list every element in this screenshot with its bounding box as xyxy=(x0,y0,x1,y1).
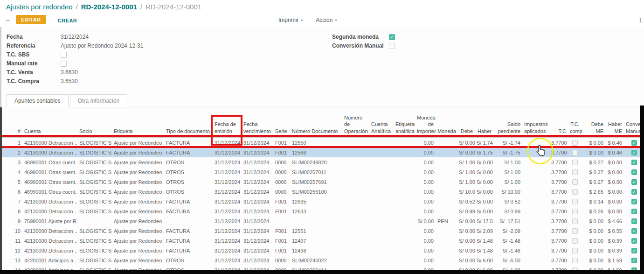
column-header-cuenta[interactable]: Cuenta xyxy=(22,107,77,138)
cell-numero-de-operacion[interactable] xyxy=(342,197,369,206)
cell-numero-de-operacion[interactable] xyxy=(342,236,369,246)
cell-fecha-de-emision[interactable]: 31/12/2024 xyxy=(213,206,242,216)
column-header-etiquetas-analiticas[interactable]: Etiquetas analíticas xyxy=(394,107,415,138)
cell-tc-compra[interactable] xyxy=(568,187,582,197)
cell-fecha-de-emision[interactable]: 31/12/2024 xyxy=(213,246,242,255)
cell-haber[interactable]: S/ 17.51 xyxy=(475,216,493,226)
table-row[interactable]: 446990001 Otras cuent...SLOGISTIC S.A.Aj… xyxy=(0,167,644,177)
cell-tc-compra[interactable] xyxy=(568,197,582,206)
cell-tipo-de-documento[interactable]: FACTURA xyxy=(164,236,213,246)
column-header-cuenta-analitica[interactable]: Cuenta Analítica xyxy=(369,107,394,138)
cell-cuenta[interactable]: 46990001 Otras cuent... xyxy=(22,177,77,187)
cell-numero-de-operacion[interactable] xyxy=(342,226,369,236)
cell-haber-me[interactable]: $ 4.66 xyxy=(605,216,624,226)
cell-tc-compra[interactable] xyxy=(568,216,582,226)
cell-socio[interactable]: SLOGISTIC S.A. xyxy=(77,197,112,206)
cell-moneda-de-importes[interactable]: 0.00 xyxy=(415,197,436,206)
cell-moneda-de-importes[interactable]: 0.00 xyxy=(415,236,436,246)
column-header-debe-me[interactable]: Debe ME xyxy=(582,107,605,138)
cell-socio[interactable]: SLOGISTIC S.A. xyxy=(77,148,112,157)
cell-index[interactable]: 8 xyxy=(12,206,22,216)
cell-impuestos-aplicados[interactable] xyxy=(522,216,549,226)
cell-fecha-vencimiento[interactable]: 31/12/2024 xyxy=(242,167,273,177)
table-row[interactable]: 646990001 Otras cuent...SLOGISTIC S.A.Aj… xyxy=(0,187,644,197)
cell-debe-me[interactable]: $ 0.27 xyxy=(582,167,605,177)
cell-socio[interactable]: SLOGISTIC S.A. xyxy=(77,157,112,167)
cell-etiqueta[interactable]: Ajuste por Redondeo 2... xyxy=(112,226,164,236)
cell-etiquetas-analiticas[interactable] xyxy=(394,177,415,187)
cell-cuenta[interactable]: 42130000 Detraccion ... xyxy=(22,197,77,206)
cell-moneda-de-importes[interactable]: 0.00 xyxy=(415,157,436,167)
cell-etiquetas-analiticas[interactable] xyxy=(394,206,415,216)
cell-socio[interactable]: SLOGISTIC S.A. xyxy=(77,226,112,236)
cell-socio[interactable]: SLOGISTIC S.A. xyxy=(77,206,112,216)
cell-haber-me[interactable]: $ 0.39 xyxy=(605,246,624,255)
cell-debe-me[interactable]: $ 0.00 xyxy=(582,236,605,246)
cell-debe[interactable]: S/ 1.00 xyxy=(457,177,475,187)
cell-serie[interactable]: 0000 xyxy=(273,255,290,265)
cell-cuenta[interactable]: 42130000 Detraccion ... xyxy=(22,236,77,246)
column-header-saldo-pendiente[interactable]: Saldo pendiente xyxy=(493,107,522,138)
cell-impuestos-aplicados[interactable] xyxy=(522,226,549,236)
cell-fecha-vencimiento[interactable]: 31/12/2024 xyxy=(242,226,273,236)
cell-tc[interactable]: 3.7700 xyxy=(549,157,568,167)
cell-impuestos-aplicados[interactable] xyxy=(522,197,549,206)
cell-numero-de-operacion[interactable] xyxy=(342,157,369,167)
column-header-etiqueta[interactable]: Etiqueta xyxy=(112,107,164,138)
table-row[interactable]: 1342200001 Anticipos a ...SLOGISTIC S.A.… xyxy=(0,255,644,265)
cell-moneda-de-importes[interactable]: 0.00 xyxy=(415,148,436,157)
cell-haber[interactable]: S/ 0.00 xyxy=(475,157,493,167)
cell-debe[interactable]: S/ 1.00 xyxy=(457,157,475,167)
cell-fecha-vencimiento[interactable]: 31/12/2024 xyxy=(242,236,273,246)
cell-index[interactable]: 5 xyxy=(12,177,22,187)
cell-tipo-de-documento[interactable]: FACTURA xyxy=(164,226,213,236)
edit-button[interactable]: EDITAR xyxy=(16,15,46,24)
cell-saldo-pendiente[interactable]: S/ 0.99 xyxy=(493,206,522,216)
cell-etiqueta[interactable]: Ajuste por Redondeo 2... xyxy=(112,197,164,206)
cell-tc-compra[interactable] xyxy=(568,255,582,265)
cell-fecha-de-emision[interactable]: 31/12/2024 xyxy=(213,177,242,187)
cell-saldo-pendiente[interactable]: S/ 1.00 xyxy=(493,157,522,167)
cell-moneda[interactable] xyxy=(436,226,457,236)
cell-numero-de-operacion[interactable] xyxy=(342,177,369,187)
cell-index[interactable]: 13 xyxy=(12,255,22,265)
cell-moneda[interactable] xyxy=(436,197,457,206)
table-row[interactable]: 975990001 Ajuste por R...Ajuste por Redo… xyxy=(0,216,644,226)
cell-moneda[interactable] xyxy=(436,236,457,246)
cell-numero-documento[interactable]: 12635 xyxy=(290,197,342,206)
cell-moneda[interactable]: PEN xyxy=(436,216,457,226)
cell-serie[interactable]: F001 xyxy=(273,148,290,157)
cell-numero-documento[interactable]: SLIM00255100 xyxy=(290,187,342,197)
cell-impuestos-aplicados[interactable] xyxy=(522,167,549,177)
cell-haber[interactable]: S/ 2.09 xyxy=(475,226,493,236)
cell-debe[interactable]: S/ 0.00 xyxy=(457,255,475,265)
cell-haber[interactable]: S/ 0.00 xyxy=(475,177,493,187)
cell-moneda[interactable] xyxy=(436,177,457,187)
cell-index[interactable]: 11 xyxy=(12,236,22,246)
cell-fecha-vencimiento[interactable]: 31/12/2024 xyxy=(242,157,273,167)
cell-tipo-de-documento[interactable]: OTROS xyxy=(164,255,213,265)
cell-index[interactable]: 3 xyxy=(12,157,22,167)
cell-fecha-de-emision[interactable]: 31/12/2024 xyxy=(213,167,242,177)
cell-numero-documento[interactable]: SLIM00240022 xyxy=(290,255,342,265)
cell-fecha-de-emision[interactable]: 31/12/2024 xyxy=(213,157,242,167)
tab-apuntes-contables[interactable]: Apuntes contables xyxy=(7,94,69,107)
cell-cuenta-analitica[interactable] xyxy=(369,157,394,167)
cell-moneda[interactable] xyxy=(436,167,457,177)
cell-cuenta[interactable]: 75990001 Ajuste por R... xyxy=(22,216,77,226)
cell-debe[interactable]: S/ 0.00 xyxy=(457,226,475,236)
cell-cuenta-analitica[interactable] xyxy=(369,246,394,255)
cell-tipo-de-documento[interactable]: OTROS xyxy=(164,157,213,167)
cell-numero-de-operacion[interactable] xyxy=(342,255,369,265)
cell-numero-documento[interactable]: SLIM00249820 xyxy=(290,157,342,167)
cell-numero-de-operacion[interactable] xyxy=(342,216,369,226)
column-header-moneda-de-importes[interactable]: Moneda de importes xyxy=(415,107,436,138)
cell-haber[interactable]: S/ 1.48 xyxy=(475,246,493,255)
cell-tc[interactable]: 3.7700 xyxy=(549,216,568,226)
cell-tipo-de-documento[interactable]: OTROS xyxy=(164,167,213,177)
cell-tc[interactable]: 3.7700 xyxy=(549,177,568,187)
print-menu[interactable]: Imprimir xyxy=(278,17,303,23)
column-header-debe[interactable]: Debe xyxy=(457,107,475,138)
cell-debe[interactable]: S/ 10.00 xyxy=(457,187,475,197)
column-header-impuestos-aplicados[interactable]: Impuestos aplicados xyxy=(522,107,549,138)
